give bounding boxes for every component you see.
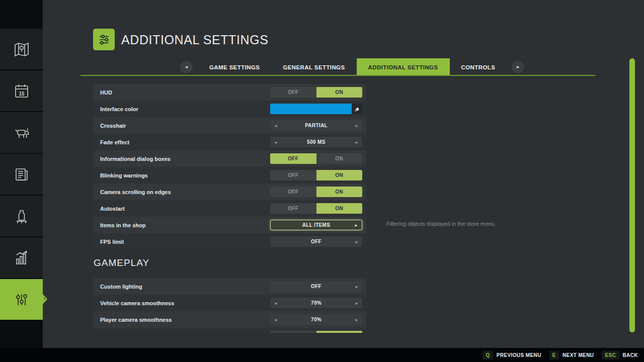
settings-icon xyxy=(12,290,31,309)
footer-hint-previous-menu: QPREVIOUS MENU xyxy=(482,351,541,359)
key-badge-esc: ESC xyxy=(602,351,619,359)
selector-right-arrow-icon[interactable]: ► xyxy=(355,239,359,244)
footer-hint-back: ESCBACK xyxy=(602,351,638,359)
settings-row-custom-lighting[interactable]: Custom lightingOFF► xyxy=(93,278,366,295)
selector-right-arrow-icon[interactable]: ► xyxy=(355,301,359,305)
tabs-next-button[interactable]: ► xyxy=(512,61,524,73)
setting-control: OFFON xyxy=(270,331,362,333)
selector-value: 500 MS xyxy=(307,139,325,145)
setting-label: Player camera smoothness xyxy=(100,317,172,323)
sidebar-item-contracts[interactable] xyxy=(0,154,43,195)
sliders-icon xyxy=(97,32,112,47)
settings-row-informational-dialog-boxes[interactable]: Informational dialog boxesOFFON xyxy=(93,150,366,167)
color-swatch[interactable] xyxy=(270,104,352,114)
settings-row-camera-scrolling-on-edges[interactable]: Camera scrolling on edgesOFFON xyxy=(93,184,366,200)
toggle-off-button[interactable]: OFF xyxy=(270,87,316,98)
active-item-pointer-icon: › xyxy=(44,296,45,301)
selector-fps-limit[interactable]: OFF► xyxy=(270,236,362,247)
selector-vehicle-camera-smoothness[interactable]: ◄70%► xyxy=(270,298,362,308)
setting-control: OFFON xyxy=(270,170,362,180)
tab-bar: ◄ GAME SETTINGSGENERAL SETTINGSADDITIONA… xyxy=(175,58,529,76)
settings-row-blinking-warnings[interactable]: Blinking warningsOFFON xyxy=(93,167,366,184)
toggle-autostart: OFFON xyxy=(270,203,362,214)
footer-hints: QPREVIOUS MENUENEXT MENUESCBACK xyxy=(482,351,638,359)
toggle-on-button[interactable]: ON xyxy=(316,87,363,98)
tab-underline xyxy=(80,75,595,76)
page-icon xyxy=(93,29,115,50)
setting-label: Fade effect xyxy=(100,139,129,145)
tab-game-settings[interactable]: GAME SETTINGS xyxy=(198,58,271,76)
settings-row-hud[interactable]: HUDOFFON xyxy=(93,84,366,101)
tab-controls[interactable]: CONTROLS xyxy=(450,58,507,76)
settings-row-interface-color[interactable]: Interface color xyxy=(93,101,366,117)
toggle-on-button[interactable]: ON xyxy=(316,170,363,180)
selector-right-arrow-icon[interactable]: ► xyxy=(355,123,359,128)
cow-icon xyxy=(12,123,31,142)
newspaper-icon xyxy=(12,165,31,184)
tab-list: GAME SETTINGSGENERAL SETTINGSADDITIONAL … xyxy=(198,58,507,76)
toggle-on-button[interactable]: ON xyxy=(316,331,363,333)
selector-right-arrow-icon[interactable]: ► xyxy=(355,140,359,144)
setting-label: Crosshair xyxy=(100,123,126,129)
scrollbar-thumb[interactable] xyxy=(629,58,635,332)
settings-list: HUDOFFONInterface colorCrosshair◄PARTIAL… xyxy=(93,84,366,250)
selector-left-arrow-icon[interactable]: ◄ xyxy=(274,317,278,322)
settings-row-vehicle-camera-smoothness[interactable]: Vehicle camera smoothness◄70%► xyxy=(93,295,366,311)
toggle-on-button[interactable]: ON xyxy=(316,187,363,197)
setting-control: ◄PARTIAL► xyxy=(270,120,362,131)
sidebar-item-animals[interactable] xyxy=(0,112,43,153)
selector-player-camera-smoothness[interactable]: ◄70%► xyxy=(270,314,362,325)
toggle-on-button[interactable]: ON xyxy=(316,203,363,214)
toggle-off-button[interactable]: OFF xyxy=(270,153,316,164)
sidebar-item-statistics[interactable] xyxy=(0,237,43,278)
selector-value: ALL ITEMS xyxy=(302,222,330,228)
tabs-prev-button[interactable]: ◄ xyxy=(180,61,193,73)
sidebar-item-settings[interactable]: › xyxy=(0,279,43,320)
settings-row-player-camera-smoothness[interactable]: Player camera smoothness◄70%► xyxy=(93,311,366,328)
selector-fade-effect[interactable]: ◄500 MS► xyxy=(270,137,362,147)
selector-items-in-the-shop[interactable]: ALL ITEMS► xyxy=(270,220,362,230)
settings-row-crosshair[interactable]: Crosshair◄PARTIAL► xyxy=(93,117,366,134)
tab-general-settings[interactable]: GENERAL SETTINGS xyxy=(271,58,356,76)
statistics-icon xyxy=(12,248,31,267)
toggle-off-button[interactable]: OFF xyxy=(270,203,316,214)
selector-right-arrow-icon[interactable]: ► xyxy=(355,284,359,289)
sidebar-item-map[interactable] xyxy=(0,29,43,69)
toggle-on-button[interactable]: ON xyxy=(316,153,363,164)
section-header-gameplay: GAMEPLAY xyxy=(94,257,149,268)
setting-control: ◄500 MS► xyxy=(270,137,362,147)
setting-description: Filtering objects displayed in the store… xyxy=(386,221,598,227)
setting-control xyxy=(270,104,362,114)
selector-custom-lighting[interactable]: OFF► xyxy=(270,281,362,292)
settings-row-row[interactable]: OFFON xyxy=(93,328,366,333)
page-title: ADDITIONAL SETTINGS xyxy=(121,33,268,47)
toggle-off-button[interactable]: OFF xyxy=(270,170,316,180)
sidebar-item-production[interactable] xyxy=(0,196,43,236)
setting-label: Interface color xyxy=(100,106,138,112)
setting-control: ALL ITEMS► xyxy=(270,220,362,230)
selector-left-arrow-icon[interactable]: ◄ xyxy=(274,123,278,128)
toggle-off-button[interactable]: OFF xyxy=(270,187,316,197)
tab-additional-settings[interactable]: ADDITIONAL SETTINGS xyxy=(357,58,450,76)
production-icon xyxy=(12,207,31,226)
settings-row-fps-limit[interactable]: FPS limitOFF► xyxy=(93,233,366,250)
paint-bucket-icon xyxy=(354,106,360,112)
settings-row-items-in-the-shop[interactable]: Items in the shopALL ITEMS► xyxy=(93,217,366,233)
setting-label: Custom lighting xyxy=(100,284,142,290)
toggle-off-button[interactable]: OFF xyxy=(270,331,316,333)
selector-right-arrow-icon[interactable]: ► xyxy=(355,317,359,322)
color-picker-button[interactable] xyxy=(352,104,362,114)
gameplay-settings-list: Custom lightingOFF►Vehicle camera smooth… xyxy=(93,278,366,333)
selector-right-arrow-icon[interactable]: ► xyxy=(354,223,358,227)
settings-row-fade-effect[interactable]: Fade effect◄500 MS► xyxy=(93,134,366,150)
sidebar-item-calendar[interactable]: 15 xyxy=(0,70,43,111)
selector-value: PARTIAL xyxy=(305,123,328,128)
setting-control: OFFON xyxy=(270,87,362,98)
selector-crosshair[interactable]: ◄PARTIAL► xyxy=(270,120,362,131)
selector-left-arrow-icon[interactable]: ◄ xyxy=(274,301,278,305)
setting-label: Camera scrolling on edges xyxy=(100,189,171,195)
settings-row-autostart[interactable]: AutostartOFFON xyxy=(93,200,366,217)
selector-left-arrow-icon[interactable]: ◄ xyxy=(274,140,278,144)
selector-value: OFF xyxy=(311,239,321,244)
toggle-blinking-warnings: OFFON xyxy=(270,170,362,180)
